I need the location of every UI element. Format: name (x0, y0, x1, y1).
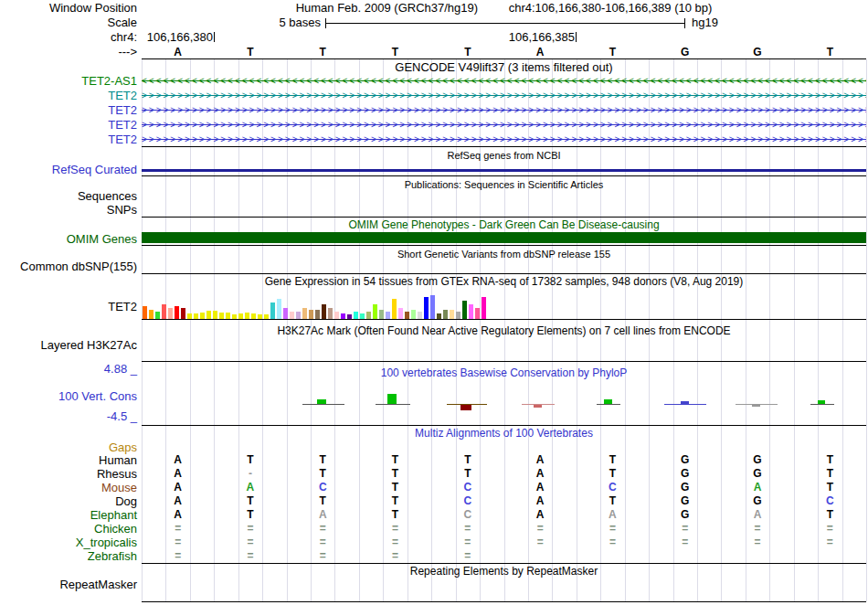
gencode-transcript[interactable]: >>>>>>>>>>>>>>>>>>>>>>>>>>>>>>>>>>>>>>>>… (142, 133, 866, 145)
multiz-species-label[interactable]: Zebrafish (0, 550, 137, 562)
gtex-tissue-bar[interactable] (200, 313, 205, 319)
gtex-tissue-bar[interactable] (354, 312, 358, 319)
ucsc-genome-browser: Window Position Human Feb. 2009 (GRCh37/… (0, 0, 868, 605)
gtex-tissue-bar[interactable] (232, 314, 237, 319)
gtex-tissue-bar[interactable] (411, 310, 416, 319)
gtex-tissue-bar[interactable] (315, 310, 320, 319)
gtex-tissue-bar[interactable] (482, 297, 486, 319)
gtex-tissue-bar[interactable] (309, 310, 313, 319)
omim-genes-label[interactable]: OMIM Genes (0, 233, 137, 245)
multiz-species-label[interactable]: Elephant (0, 509, 137, 521)
gtex-tissue-bar[interactable] (149, 310, 153, 319)
gtex-tissue-bar[interactable] (213, 311, 217, 319)
gtex-tissue-bar[interactable] (162, 304, 166, 319)
multiz-base: = (504, 523, 577, 535)
ruler-base: A (504, 46, 577, 58)
gtex-tissue-bar[interactable] (347, 314, 352, 319)
multiz-base: C (431, 509, 503, 521)
gtex-tissue-bar[interactable] (283, 308, 288, 319)
multiz-base: = (649, 523, 721, 535)
gtex-tissue-bar[interactable] (360, 313, 365, 319)
gtex-tissue-bar[interactable] (418, 312, 422, 319)
gtex-tissue-bar[interactable] (462, 301, 467, 319)
gtex-tissue-bar[interactable] (264, 314, 269, 319)
repeatmasker-label[interactable]: RepeatMasker (0, 578, 137, 590)
refseq-curated-label[interactable]: RefSeq Curated (0, 164, 137, 175)
gtex-tissue-bar[interactable] (386, 312, 390, 319)
gtex-tissue-bar[interactable] (456, 312, 460, 319)
gencode-transcript-label[interactable]: TET2-AS1 (0, 75, 137, 87)
gencode-transcript[interactable]: >>>>>>>>>>>>>>>>>>>>>>>>>>>>>>>>>>>>>>>>… (142, 104, 866, 116)
gtex-tissue-bar[interactable] (366, 312, 371, 319)
gaps-label[interactable]: Gaps (0, 441, 137, 453)
omim-gene-bar[interactable] (142, 232, 866, 243)
gtex-tissue-bar[interactable] (437, 313, 441, 319)
gtex-tissue-bar[interactable] (443, 310, 448, 319)
gencode-transcript[interactable]: >>>>>>>>>>>>>>>>>>>>>>>>>>>>>>>>>>>>>>>>… (142, 119, 866, 131)
gtex-tissue-bar[interactable] (302, 308, 307, 319)
phylop-mark-bar (534, 405, 542, 408)
snps-label[interactable]: SNPs (0, 204, 137, 216)
gtex-tissue-bar[interactable] (469, 304, 473, 319)
gencode-transcript-label[interactable]: TET2 (0, 133, 137, 145)
gtex-tissue-bar[interactable] (392, 299, 397, 319)
gtex-tissue-bar[interactable] (450, 310, 454, 319)
gtex-tissue-bar[interactable] (181, 308, 185, 319)
gencode-transcript[interactable]: <<<<<<<<<<<<<<<<<<<<<<<<<<<<<<<<<<<<<<<<… (142, 75, 866, 87)
gtex-tissue-bar[interactable] (334, 312, 339, 319)
gtex-tissue-bar[interactable] (379, 310, 384, 319)
repeatmasker-title: Repeating Elements by RepeatMasker (142, 566, 866, 578)
gencode-transcript[interactable]: >>>>>>>>>>>>>>>>>>>>>>>>>>>>>>>>>>>>>>>>… (142, 90, 866, 101)
gtex-tissue-bar[interactable] (424, 297, 429, 319)
gtex-tissue-bar[interactable] (206, 311, 211, 319)
gencode-transcript-label[interactable]: TET2 (0, 90, 137, 101)
gtex-gene-label[interactable]: TET2 (0, 301, 137, 313)
gencode-transcript-label[interactable]: TET2 (0, 119, 137, 131)
gtex-tissue-bar[interactable] (219, 313, 224, 319)
gtex-tissue-bar[interactable] (475, 308, 480, 319)
gtex-tissue-bar[interactable] (270, 302, 275, 319)
gtex-tissue-bar[interactable] (328, 308, 333, 319)
ruler-base: A (142, 46, 214, 58)
phylop-track-label[interactable]: 100 Vert. Cons (0, 390, 137, 402)
gtex-tissue-bar[interactable] (143, 306, 147, 319)
gtex-tissue-bar[interactable] (430, 295, 435, 319)
h3k27ac-label[interactable]: Layered H3K27Ac (0, 339, 137, 351)
multiz-species-label[interactable]: Dog (0, 495, 137, 507)
ruler-base: T (359, 46, 431, 58)
gtex-tissue-bar[interactable] (398, 308, 403, 319)
gtex-tissue-bar[interactable] (245, 313, 249, 319)
multiz-base: T (431, 468, 503, 480)
gtex-tissue-bar[interactable] (373, 304, 377, 319)
omim-title: OMIM Gene Phenotypes - Dark Green Can Be… (142, 219, 866, 231)
gtex-tissue-bar[interactable] (251, 313, 256, 319)
gtex-tissue-bar[interactable] (194, 313, 198, 319)
gtex-tissue-bar[interactable] (322, 304, 326, 319)
gtex-tissue-bar[interactable] (277, 299, 281, 319)
multiz-species-label[interactable]: Human (0, 454, 137, 466)
coord-right-tick (576, 32, 577, 42)
gtex-tissue-bar[interactable] (226, 313, 230, 319)
gtex-tissue-bar[interactable] (168, 308, 173, 319)
gencode-transcript-label[interactable]: TET2 (0, 104, 137, 116)
gtex-tissue-bar[interactable] (341, 313, 345, 319)
multiz-base: C (794, 495, 866, 507)
multiz-species-label[interactable]: Chicken (0, 523, 137, 535)
multiz-species-label[interactable]: X_tropicalis (0, 536, 137, 548)
multiz-species-label[interactable]: Rhesus (0, 468, 137, 480)
gtex-tissue-bar[interactable] (238, 313, 243, 319)
gtex-tissue-bar[interactable] (187, 313, 192, 319)
sequences-label[interactable]: Sequences (0, 190, 137, 202)
gtex-tissue-bar[interactable] (296, 312, 301, 319)
right-intron-arrows: >>>>>>>>>>>>>>>>>>>>>>>>>>>>>>>>>>>>>>>>… (142, 104, 866, 116)
gtex-tissue-bar[interactable] (258, 314, 262, 319)
multiz-base: T (794, 454, 866, 466)
multiz-base: T (359, 468, 431, 480)
gtex-tissue-bar[interactable] (290, 312, 294, 319)
dbsnp-label[interactable]: Common dbSNP(155) (0, 260, 137, 272)
gtex-tissue-bar[interactable] (405, 312, 409, 319)
refseq-gene-line[interactable] (142, 169, 866, 172)
multiz-species-label[interactable]: Mouse (0, 482, 137, 494)
gtex-tissue-bar[interactable] (175, 306, 179, 319)
gtex-tissue-bar[interactable] (155, 312, 160, 319)
